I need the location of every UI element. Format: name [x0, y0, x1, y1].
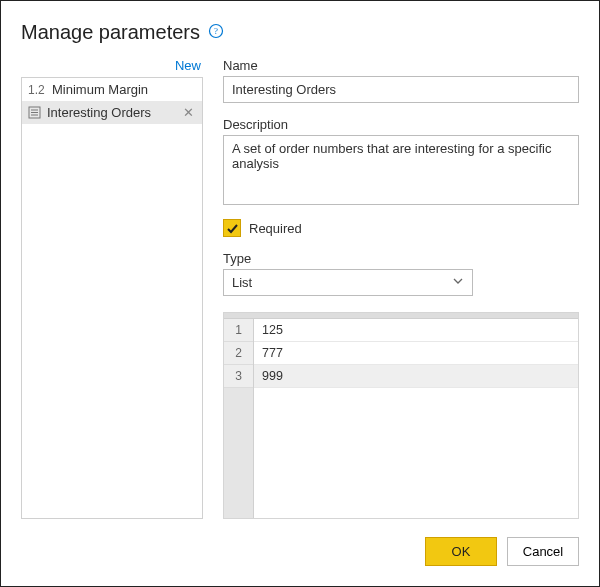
row-number: 2: [224, 342, 253, 365]
parameter-item-interesting-orders[interactable]: Interesting Orders ✕: [22, 101, 202, 124]
cancel-button[interactable]: Cancel: [507, 537, 579, 566]
list-icon: [28, 106, 41, 119]
svg-text:?: ?: [214, 26, 218, 36]
type-select-value: List: [232, 275, 252, 290]
chevron-down-icon: [452, 275, 464, 290]
parameter-item-label: Interesting Orders: [47, 105, 175, 120]
list-values-grid[interactable]: 1 2 3 125 777 999: [223, 312, 579, 519]
row-number: 1: [224, 319, 253, 342]
list-value-cell[interactable]: 777: [254, 342, 578, 365]
parameter-sidebar: New 1.2 Minimum Margin Interesting Order…: [21, 58, 203, 519]
list-value-cell[interactable]: 999: [254, 365, 578, 388]
type-label: Type: [223, 251, 579, 266]
dialog-title: Manage parameters: [21, 21, 200, 44]
required-label: Required: [249, 221, 302, 236]
type-select[interactable]: List: [223, 269, 473, 296]
parameter-item-label: Minimum Margin: [52, 82, 196, 97]
row-number: 3: [224, 365, 253, 388]
required-checkbox[interactable]: [223, 219, 241, 237]
list-value-cell[interactable]: 125: [254, 319, 578, 342]
name-label: Name: [223, 58, 579, 73]
parameter-form: Name Description Required Type List: [223, 58, 579, 519]
description-label: Description: [223, 117, 579, 132]
new-parameter-link[interactable]: New: [175, 58, 201, 73]
parameter-list: 1.2 Minimum Margin Interesting Orders ✕: [21, 77, 203, 519]
delete-parameter-icon[interactable]: ✕: [181, 106, 196, 119]
description-input[interactable]: [223, 135, 579, 205]
parameter-item-minimum-margin[interactable]: 1.2 Minimum Margin: [22, 78, 202, 101]
help-icon[interactable]: ?: [208, 23, 224, 39]
ok-button[interactable]: OK: [425, 537, 497, 566]
parameter-kind-badge: 1.2: [28, 83, 46, 97]
name-input[interactable]: [223, 76, 579, 103]
